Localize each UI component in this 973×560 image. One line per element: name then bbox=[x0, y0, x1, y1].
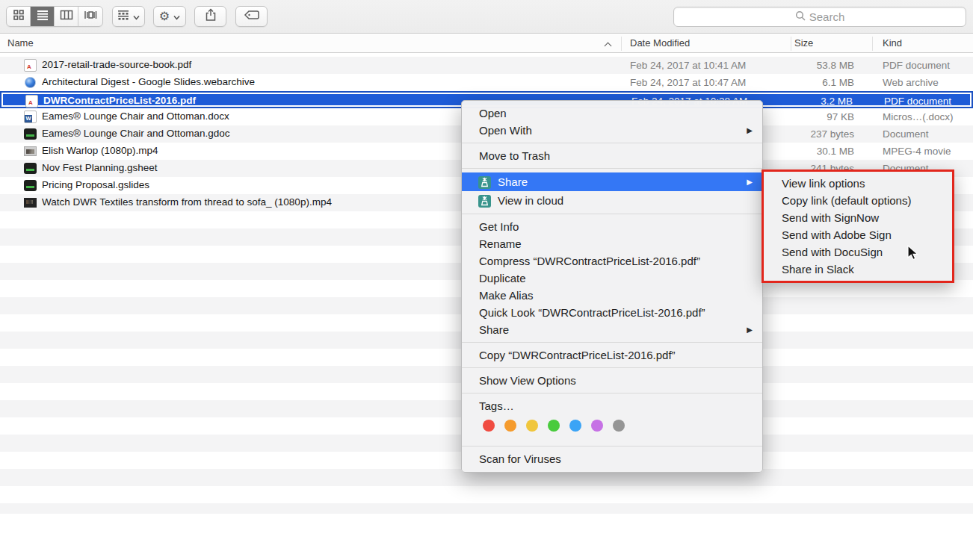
share-submenu: View link options Copy link (default opt… bbox=[762, 169, 954, 283]
tag-button[interactable] bbox=[235, 6, 268, 27]
menu-item-make-alias[interactable]: Make Alias bbox=[462, 287, 762, 304]
tag-orange-dot[interactable] bbox=[504, 420, 516, 432]
tag-green-dot[interactable] bbox=[548, 420, 560, 432]
file-kind: PDF document bbox=[884, 96, 951, 107]
pdf-icon bbox=[25, 95, 38, 108]
menu-item-get-info[interactable]: Get Info bbox=[462, 218, 762, 235]
column-divider[interactable] bbox=[791, 37, 791, 51]
icon-view-icon bbox=[13, 9, 25, 24]
submenu-item-send-docusign[interactable]: Send with DocuSign bbox=[764, 243, 952, 261]
file-date: Feb 24, 2017 at 10:47 AM bbox=[630, 77, 746, 88]
gear-icon: ⚙ bbox=[159, 10, 170, 22]
tag-gray-dot[interactable] bbox=[613, 420, 625, 432]
pdf-icon bbox=[24, 59, 37, 72]
column-headers: Name Date Modified Size Kind bbox=[0, 34, 973, 53]
menu-item-move-to-trash[interactable]: Move to Trash bbox=[462, 147, 762, 164]
file-name: 2017-retail-trade-source-book.pdf bbox=[42, 59, 191, 70]
view-switcher bbox=[6, 6, 103, 27]
menu-separator bbox=[462, 446, 762, 447]
share-icon bbox=[205, 8, 217, 25]
menu-item-rename[interactable]: Rename bbox=[462, 235, 762, 252]
menu-item-show-view-options[interactable]: Show View Options bbox=[462, 372, 762, 389]
menu-item-share[interactable]: Share bbox=[462, 321, 762, 338]
webarchive-icon bbox=[24, 76, 37, 89]
column-divider[interactable] bbox=[621, 37, 622, 51]
menu-item-share-cloud[interactable]: Share bbox=[462, 172, 762, 191]
file-name: Elish Warlop (1080p).mp4 bbox=[42, 145, 158, 156]
finder-window: ⚙ Search Name bbox=[0, 0, 973, 560]
menu-separator bbox=[462, 393, 762, 393]
menu-separator bbox=[462, 143, 762, 143]
tag-color-row bbox=[462, 414, 762, 437]
search-icon bbox=[795, 10, 806, 24]
file-size: 30.1 MB bbox=[817, 146, 854, 157]
file-kind: MPEG-4 movie bbox=[883, 146, 951, 157]
file-kind: PDF document bbox=[883, 60, 950, 71]
submenu-item-send-adobe-sign[interactable]: Send with Adobe Sign bbox=[764, 226, 952, 243]
tag-purple-dot[interactable] bbox=[591, 420, 603, 432]
menu-item-tags[interactable]: Tags… bbox=[462, 397, 762, 414]
file-name: Architectural Digest - Google Slides.web… bbox=[42, 76, 255, 87]
file-name: Eames® Lounge Chair and Ottoman.gdoc bbox=[42, 128, 230, 139]
submenu-item-share-in-slack[interactable]: Share in Slack bbox=[764, 261, 952, 278]
icon-view-button[interactable] bbox=[7, 7, 31, 26]
column-view-icon bbox=[60, 9, 73, 24]
file-size: 53.8 MB bbox=[817, 60, 854, 71]
action-button[interactable]: ⚙ bbox=[153, 6, 186, 27]
column-header-size[interactable]: Size bbox=[794, 37, 813, 49]
file-size: 237 bytes bbox=[810, 128, 854, 140]
menu-separator bbox=[462, 168, 762, 169]
column-divider[interactable] bbox=[872, 37, 873, 51]
list-view-button[interactable] bbox=[31, 7, 55, 26]
list-view-icon bbox=[37, 9, 49, 24]
gdoc-icon bbox=[24, 179, 37, 192]
file-kind: Micros…(.docx) bbox=[883, 111, 954, 122]
file-kind: Document bbox=[883, 128, 929, 140]
file-name: Watch DWR Textiles transform from thread… bbox=[42, 196, 332, 208]
file-kind: Web archive bbox=[883, 77, 939, 88]
menu-separator bbox=[462, 367, 762, 368]
egnyte-cloud-icon bbox=[478, 175, 491, 188]
menu-item-open[interactable]: Open bbox=[462, 105, 762, 122]
video-icon bbox=[24, 145, 37, 158]
column-header-name[interactable]: Name bbox=[7, 37, 34, 49]
submenu-item-view-link-options[interactable]: View link options bbox=[764, 175, 952, 192]
tag-blue-dot[interactable] bbox=[569, 420, 581, 432]
menu-item-duplicate[interactable]: Duplicate bbox=[462, 270, 762, 287]
menu-separator bbox=[462, 342, 762, 343]
tag-yellow-dot[interactable] bbox=[526, 420, 538, 432]
file-size: 97 KB bbox=[827, 111, 854, 122]
column-view-button[interactable] bbox=[55, 7, 78, 26]
tag-red-dot[interactable] bbox=[483, 420, 495, 432]
word-icon bbox=[24, 111, 37, 123]
video-dark-icon bbox=[24, 196, 37, 209]
file-name: Pricing Proposal.gslides bbox=[42, 179, 149, 190]
chevron-down-icon bbox=[133, 10, 140, 23]
file-size: 3.2 MB bbox=[821, 96, 853, 107]
column-header-kind[interactable]: Kind bbox=[883, 37, 902, 49]
table-row[interactable]: Architectural Digest - Google Slides.web… bbox=[0, 74, 973, 91]
menu-item-copy[interactable]: Copy “DWRContractPriceList-2016.pdf” bbox=[462, 346, 762, 364]
menu-item-scan-for-viruses[interactable]: Scan for Viruses bbox=[462, 450, 762, 467]
mouse-cursor-icon bbox=[907, 245, 922, 264]
chevron-down-icon bbox=[173, 10, 180, 23]
table-row[interactable]: 2017-retail-trade-source-book.pdf Feb 24… bbox=[0, 57, 973, 74]
menu-item-view-in-cloud[interactable]: View in cloud bbox=[462, 191, 762, 210]
share-button[interactable] bbox=[194, 6, 226, 27]
arrange-icon bbox=[117, 9, 129, 24]
egnyte-cloud-icon bbox=[478, 194, 491, 207]
menu-separator bbox=[462, 214, 762, 214]
file-date: Feb 24, 2017 at 10:41 AM bbox=[630, 60, 746, 71]
context-menu: Open Open With Move to Trash Share bbox=[461, 100, 763, 473]
coverflow-view-button[interactable] bbox=[78, 7, 102, 26]
file-size: 6.1 MB bbox=[822, 77, 854, 88]
submenu-item-copy-link[interactable]: Copy link (default options) bbox=[764, 192, 952, 209]
gdoc-icon bbox=[24, 128, 37, 140]
arrange-button[interactable] bbox=[112, 6, 145, 27]
menu-item-quick-look[interactable]: Quick Look “DWRContractPriceList-2016.pd… bbox=[462, 304, 762, 321]
submenu-item-send-signnow[interactable]: Send with SignNow bbox=[764, 209, 952, 226]
search-input[interactable]: Search bbox=[673, 7, 966, 27]
column-header-date-modified[interactable]: Date Modified bbox=[630, 37, 690, 49]
menu-item-compress[interactable]: Compress “DWRContractPriceList-2016.pdf” bbox=[462, 252, 762, 270]
menu-item-open-with[interactable]: Open With bbox=[462, 122, 762, 139]
